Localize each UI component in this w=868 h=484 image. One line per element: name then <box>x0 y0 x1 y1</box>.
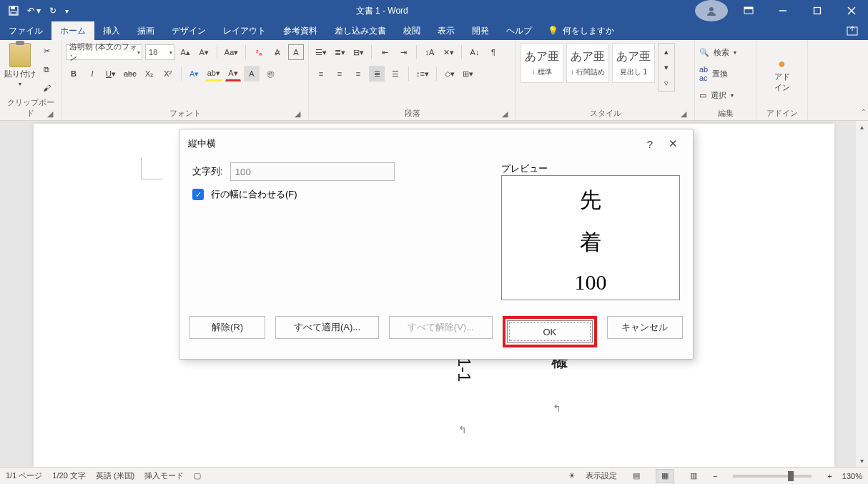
view-print-icon[interactable]: ▦ <box>656 469 674 483</box>
tab-developer[interactable]: 開発 <box>463 21 498 40</box>
status-words[interactable]: 1/20 文字 <box>52 470 85 481</box>
tab-references[interactable]: 参考資料 <box>275 21 326 40</box>
dec-indent-icon[interactable]: ⇤ <box>377 44 393 60</box>
zoom-slider[interactable] <box>733 475 812 478</box>
close-button[interactable] <box>835 0 868 21</box>
dialog-launcher-icon[interactable]: ◢ <box>292 109 302 119</box>
show-marks-icon[interactable]: ¶ <box>485 44 501 60</box>
save-icon[interactable] <box>9 6 19 16</box>
display-settings-icon[interactable]: ☀ <box>568 471 576 480</box>
tab-view[interactable]: 表示 <box>429 21 463 40</box>
dialog-launcher-icon[interactable]: ◢ <box>500 109 510 119</box>
share-button[interactable] <box>837 21 868 40</box>
collapse-ribbon-icon[interactable]: ˆ <box>862 109 865 119</box>
text-effects-icon[interactable]: A▾ <box>187 66 202 82</box>
numbering-icon[interactable]: ≣▾ <box>332 44 347 60</box>
view-web-icon[interactable]: ▥ <box>684 469 703 483</box>
font-name-combo[interactable]: 游明朝 (本文のフォン▾ <box>66 44 142 60</box>
find-button[interactable]: 検索 <box>714 47 729 58</box>
tell-me[interactable]: 💡何をしますか <box>541 21 621 40</box>
tab-help[interactable]: ヘルプ <box>498 21 541 40</box>
superscript-icon[interactable]: X² <box>160 66 176 82</box>
styles-down-icon[interactable]: ▾ <box>659 59 674 75</box>
char-shading-icon[interactable]: A <box>244 66 260 82</box>
tab-draw[interactable]: 描画 <box>129 21 163 40</box>
status-lang[interactable]: 英語 (米国) <box>96 470 134 481</box>
dialog-launcher-icon[interactable]: ◢ <box>45 109 55 119</box>
bold-button[interactable]: B <box>66 66 82 82</box>
remove-button[interactable]: 解除(R) <box>189 316 265 339</box>
italic-button[interactable]: I <box>84 66 100 82</box>
vertical-scrollbar[interactable]: ▴ ▾ <box>856 121 868 467</box>
replace-button[interactable]: 置換 <box>712 69 728 79</box>
maximize-button[interactable] <box>801 0 834 21</box>
remove-all-button[interactable]: すべて解除(V)... <box>389 316 493 339</box>
style-tile-nospace[interactable]: あア亜↓ 行間詰め <box>566 43 609 83</box>
align-bottom-icon[interactable]: ≡ <box>350 66 366 82</box>
addins-button[interactable]: ● アド イン <box>774 56 790 93</box>
inc-indent-icon[interactable]: ⇥ <box>395 44 411 60</box>
scroll-down-icon[interactable]: ▾ <box>856 455 868 467</box>
string-input[interactable] <box>230 162 395 181</box>
font-color-icon[interactable]: A▾ <box>225 66 241 82</box>
status-mode[interactable]: 挿入モード <box>144 470 184 481</box>
apply-all-button[interactable]: すべて適用(A)... <box>275 316 379 339</box>
subscript-icon[interactable]: X₂ <box>142 66 157 82</box>
align-top-icon[interactable]: ≡ <box>313 66 329 82</box>
format-painter-icon[interactable]: 🖌 <box>39 80 54 96</box>
view-read-icon[interactable]: ▤ <box>627 469 646 483</box>
status-page[interactable]: 1/1 ページ <box>6 470 42 481</box>
copy-icon[interactable]: ⧉ <box>39 61 54 77</box>
styles-expand-icon[interactable]: ▿ <box>659 75 674 91</box>
text-direction-icon[interactable]: ↕A <box>422 44 438 60</box>
cut-icon[interactable]: ✂ <box>39 43 54 59</box>
asian-layout-icon[interactable]: ✕▾ <box>440 44 456 60</box>
tab-design[interactable]: デザイン <box>163 21 214 40</box>
tab-review[interactable]: 校閲 <box>395 21 429 40</box>
shading-icon[interactable]: ◇▾ <box>442 66 458 82</box>
bullets-icon[interactable]: ☰▾ <box>313 44 329 60</box>
distribute-icon[interactable]: ☰ <box>388 66 403 82</box>
underline-button[interactable]: U▾ <box>103 66 119 82</box>
change-case-icon[interactable]: Aa▾ <box>222 44 240 60</box>
tab-file[interactable]: ファイル <box>0 21 51 40</box>
ribbon-display-icon[interactable] <box>732 0 765 21</box>
ok-button[interactable]: OK <box>507 320 593 343</box>
line-spacing-icon[interactable]: ↕≡▾ <box>414 66 431 82</box>
minimize-button[interactable] <box>766 0 799 21</box>
select-button[interactable]: 選択 <box>711 90 726 101</box>
dialog-help-button[interactable]: ? <box>638 138 661 150</box>
char-border-icon[interactable]: A <box>288 44 304 60</box>
align-center-v-icon[interactable]: ≡ <box>332 66 347 82</box>
account-icon[interactable] <box>695 0 728 21</box>
status-display[interactable]: 表示設定 <box>586 470 617 481</box>
tab-mailings[interactable]: 差し込み文書 <box>326 21 395 40</box>
macro-rec-icon[interactable]: ▢ <box>194 471 201 480</box>
strike-icon[interactable]: abc <box>122 66 139 82</box>
tab-layout[interactable]: レイアウト <box>214 21 275 40</box>
scroll-up-icon[interactable]: ▴ <box>856 121 868 133</box>
borders-icon[interactable]: ⊞▾ <box>460 66 476 82</box>
phonetic-guide-icon[interactable]: ᶻₐ <box>251 44 267 60</box>
shrink-font-icon[interactable]: A▾ <box>196 44 212 60</box>
highlight-icon[interactable]: ab▾ <box>205 66 222 82</box>
style-tile-heading1[interactable]: あア亜見出し 1 <box>612 43 655 83</box>
dialog-launcher-icon[interactable]: ◢ <box>679 109 689 119</box>
font-size-combo[interactable]: 18▾ <box>145 44 174 60</box>
enclose-char-icon[interactable]: ㊕ <box>262 66 278 82</box>
zoom-level[interactable]: 130% <box>842 472 862 480</box>
align-justify-icon[interactable]: ≣ <box>369 66 385 82</box>
style-tile-normal[interactable]: あア亜↓ 標準 <box>521 43 563 83</box>
redo-icon[interactable]: ↻ <box>49 6 56 16</box>
grow-font-icon[interactable]: A▴ <box>177 44 193 60</box>
styles-up-icon[interactable]: ▴ <box>659 44 674 59</box>
undo-icon[interactable]: ↶ ▾ <box>27 6 41 16</box>
tab-insert[interactable]: 挿入 <box>94 21 129 40</box>
multilevel-icon[interactable]: ⊟▾ <box>350 44 366 60</box>
zoom-knob[interactable] <box>788 471 794 481</box>
zoom-in-button[interactable]: + <box>827 472 832 480</box>
clear-format-icon[interactable]: A̷ <box>270 44 285 60</box>
tab-home[interactable]: ホーム <box>51 21 94 40</box>
zoom-out-button[interactable]: − <box>713 472 717 480</box>
dialog-close-button[interactable]: ✕ <box>661 137 684 150</box>
